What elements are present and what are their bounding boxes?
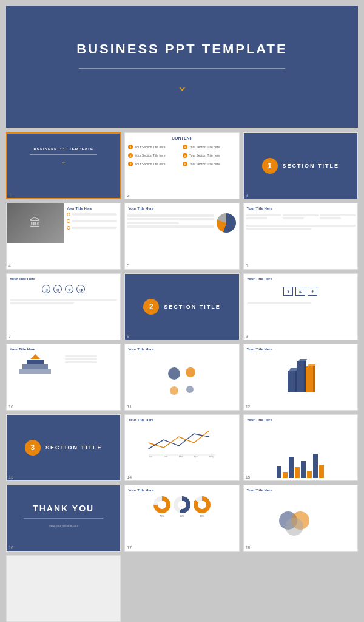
slide10-title: Your Title Here (7, 344, 120, 352)
slide18-title: Your Title Here (244, 485, 357, 493)
slide-num-18: 18 (246, 545, 251, 550)
svg-text:Mar: Mar (179, 455, 184, 458)
slide14-title: Your Title Here (125, 415, 238, 423)
slide1-title: BUSINESS PPT TEMPLATE (7, 147, 120, 151)
slide-thumb-4[interactable]: 🏛 Your Title Here 4 (6, 203, 121, 270)
slide-thumb-13[interactable]: 3 SECTION TITLE 13 (6, 414, 121, 481)
slide17-title: Your Title Here (125, 485, 238, 493)
slide7-icons: ◎ ◉ ⊕ ◑ (7, 282, 120, 296)
slide13-label: SECTION TITLE (46, 445, 103, 451)
slide3-inner: 1 SECTION TITLE (244, 133, 357, 199)
slide-num-10: 10 (8, 405, 13, 409)
slide8-num: 2 (143, 299, 159, 315)
slide-thumb-8[interactable]: 2 SECTION TITLE 8 (124, 273, 239, 340)
hero-title: BUSINESS PPT TEMPLATE (76, 41, 287, 57)
slide-thumb-16[interactable]: THANK YOU www.yourwebsite.com 16 (6, 485, 121, 552)
thankyou-text: THANK YOU (7, 504, 120, 513)
slide4-photo: 🏛 (7, 203, 64, 243)
slide-thumb-12[interactable]: Your Title Here 12 (243, 344, 358, 411)
thankyou-sub: www.yourwebsite.com (7, 524, 120, 527)
slide2-grid: 1Your Section Title here 4Your Section T… (125, 142, 238, 169)
slide-thumb-18[interactable]: Your Title Here 18 (243, 485, 358, 552)
slide5-pie (217, 213, 236, 233)
slide1-divider (30, 154, 97, 155)
slide-thumb-3[interactable]: 1 SECTION TITLE 3 (243, 132, 358, 199)
svg-text:Feb: Feb (164, 455, 169, 458)
slide-thumb-7[interactable]: Your Title Here ◎ ◉ ⊕ ◑ 7 (6, 273, 121, 340)
slide-num-4: 4 (8, 264, 11, 268)
hero-chevron: ⌄ (177, 80, 187, 93)
svg-text:May: May (209, 455, 214, 458)
slide-grid: BUSINESS PPT TEMPLATE ⌄ 1 CONTENT 1Your … (6, 132, 358, 622)
slide7-title: Your Title Here (7, 274, 120, 282)
slide-thumb-2[interactable]: CONTENT 1Your Section Title here 4Your S… (124, 132, 239, 199)
slide4-right: Your Title Here (64, 203, 121, 269)
slide13-inner: 3 SECTION TITLE (7, 415, 120, 480)
svg-text:Jan: Jan (149, 455, 152, 458)
slide14-linechart: Jan Feb Mar Apr May (127, 425, 237, 458)
slide-thumb-19 (6, 555, 121, 622)
slide-thumb-5[interactable]: Your Title Here 5 (124, 203, 239, 270)
slide-thumb-14[interactable]: Your Title Here Jan Feb Mar Apr May 14 (124, 414, 239, 481)
slide-num-8: 8 (127, 334, 129, 338)
slide-thumb-9[interactable]: Your Title Here $ £ ¥ 9 (243, 273, 358, 340)
slide2-title: CONTENT (125, 133, 238, 142)
thankyou-divider (24, 518, 103, 519)
slide-thumb-10[interactable]: Your Title Here 10 (6, 344, 121, 411)
slide-num-1: 1 (9, 193, 12, 197)
slide-num-6: 6 (246, 264, 248, 268)
slide-thumb-15[interactable]: Your Title Here 15 (243, 414, 358, 481)
slide-num-14: 14 (127, 475, 132, 479)
slide8-inner: 2 SECTION TITLE (125, 274, 238, 340)
slide5-title: Your Title Here (125, 203, 238, 211)
slide9-title: Your Title Here (244, 274, 357, 282)
svg-text:Apr: Apr (194, 455, 198, 458)
slide12-title: Your Title Here (244, 344, 357, 352)
slide-num-17: 17 (127, 545, 132, 550)
slide6-title: Your Title Here (244, 203, 357, 211)
hero-divider (79, 68, 285, 69)
slide-num-16: 16 (8, 545, 13, 550)
slide3-num: 1 (262, 158, 278, 174)
slide-num-11: 11 (127, 405, 132, 409)
slide-num-2: 2 (127, 193, 129, 197)
slide-num-9: 9 (246, 334, 248, 338)
slide-num-15: 15 (246, 475, 251, 479)
slide1-chevron: ⌄ (7, 159, 120, 165)
slide15-title: Your Title Here (244, 415, 357, 423)
slide-num-7: 7 (8, 334, 11, 338)
slide13-num: 3 (25, 440, 41, 456)
slide-thumb-1[interactable]: BUSINESS PPT TEMPLATE ⌄ 1 (6, 132, 121, 199)
slide-thumb-17[interactable]: Your Title Here 75% 55% 85% 17 (124, 485, 239, 552)
slide-num-12: 12 (246, 405, 251, 409)
slide-thumb-11[interactable]: Your Title Here 11 (124, 344, 239, 411)
slide-thumb-6[interactable]: Your Title Here 6 (243, 203, 358, 270)
hero-slide: BUSINESS PPT TEMPLATE ⌄ (6, 6, 358, 128)
slide-num-13: 13 (8, 475, 13, 479)
slide-num-5: 5 (127, 264, 129, 268)
slide11-title: Your Title Here (125, 344, 238, 352)
slide-num-3: 3 (246, 193, 248, 197)
slide9-currency: $ £ ¥ (244, 282, 357, 301)
slide3-label: SECTION TITLE (283, 163, 340, 169)
slide8-label: SECTION TITLE (164, 304, 221, 310)
